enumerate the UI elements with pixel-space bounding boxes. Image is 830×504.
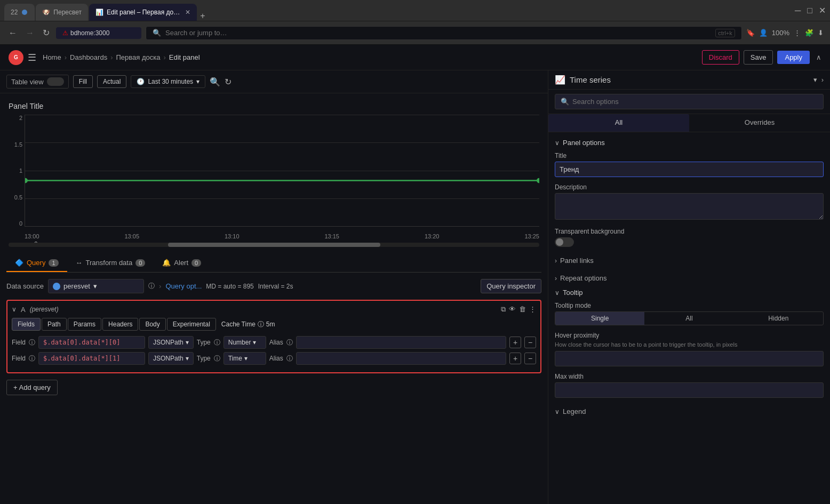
- table-view-switch[interactable]: [47, 77, 64, 86]
- alias-input-2[interactable]: [296, 352, 506, 365]
- type-info-icon-2[interactable]: ⓘ: [214, 354, 220, 363]
- search-bar: 🔍 ctrl+k: [146, 26, 742, 40]
- jsonpath-select-1[interactable]: JSONPath ▾: [148, 336, 194, 349]
- field-remove-button-1[interactable]: −: [524, 337, 536, 348]
- profile-icon[interactable]: 👤: [759, 29, 768, 37]
- field-tab-fields[interactable]: Fields: [12, 318, 41, 331]
- actual-button[interactable]: Actual: [97, 75, 126, 88]
- field-info-icon-1[interactable]: ⓘ: [29, 338, 35, 347]
- max-width-input[interactable]: [555, 382, 824, 398]
- field-tab-headers[interactable]: Headers: [102, 318, 138, 331]
- breadcrumb-dashboards[interactable]: Dashboards: [70, 53, 107, 61]
- forward-button[interactable]: →: [23, 26, 36, 40]
- field-tab-experimental[interactable]: Experimental: [167, 318, 216, 331]
- alert-tab-badge: 0: [191, 259, 201, 267]
- more-icon[interactable]: ⋮: [794, 29, 801, 37]
- table-view-toggle[interactable]: Table view: [6, 75, 69, 89]
- chevron-up-icon[interactable]: ∧: [816, 53, 821, 61]
- hover-proximity-input[interactable]: [555, 351, 824, 366]
- alias-info-icon-1[interactable]: ⓘ: [286, 338, 293, 347]
- query-tab-icon: 🔷: [15, 259, 23, 267]
- type-select-1[interactable]: Number ▾: [224, 336, 266, 349]
- bookmark-icon[interactable]: 🔖: [746, 29, 755, 37]
- field-path-input-2[interactable]: [38, 352, 145, 365]
- tab-query[interactable]: 🔷 Query 1: [6, 254, 67, 272]
- discard-button[interactable]: Discard: [702, 50, 739, 65]
- jsonpath-select-2[interactable]: JSONPath ▾: [148, 352, 194, 365]
- breadcrumb-first-board[interactable]: Первая доска: [116, 53, 160, 61]
- x-label-1315: 13:15: [324, 233, 339, 239]
- tab-transform[interactable]: ↔ Transform data 0: [67, 254, 154, 272]
- field-add-button-2[interactable]: +: [509, 353, 521, 364]
- field-remove-button-2[interactable]: −: [524, 353, 536, 364]
- back-button[interactable]: ←: [6, 26, 19, 40]
- tab-alert[interactable]: 🔔 Alert 0: [154, 254, 210, 272]
- field-info-icon-2[interactable]: ⓘ: [29, 354, 35, 363]
- search-input[interactable]: [165, 29, 711, 37]
- browser-tab-2[interactable]: 🐶 Пересвет: [36, 4, 88, 21]
- interval-info: Interval = 2s: [258, 283, 293, 290]
- tooltip-mode-hidden[interactable]: Hidden: [734, 312, 823, 325]
- search-icon: 🔍: [153, 29, 161, 37]
- browser-tab-3[interactable]: 📊 Edit panel – Первая до… ✕: [89, 4, 197, 21]
- query-collapse-button[interactable]: ∨: [12, 306, 17, 313]
- alias-info-icon-2[interactable]: ⓘ: [286, 354, 293, 363]
- close-icon[interactable]: ✕: [819, 5, 826, 15]
- query-inspector-button[interactable]: Query inspector: [481, 279, 541, 293]
- tooltip-mode-all[interactable]: All: [644, 312, 733, 325]
- extensions-icon[interactable]: 🧩: [805, 29, 813, 37]
- repeat-options-section[interactable]: › Repeat options: [555, 271, 824, 285]
- hide-icon[interactable]: 👁: [509, 305, 516, 314]
- minimize-icon[interactable]: ─: [795, 6, 801, 15]
- query-opt-button[interactable]: Query opt...: [165, 282, 202, 290]
- type-select-2[interactable]: Time ▾: [224, 352, 266, 365]
- field-add-button-1[interactable]: +: [509, 337, 521, 348]
- panel-options-title: Panel options: [563, 139, 605, 147]
- more-options-icon[interactable]: ⋮: [529, 305, 536, 314]
- apply-button[interactable]: Apply: [777, 51, 810, 64]
- options-tab-overrides[interactable]: Overrides: [689, 114, 830, 132]
- description-label: Description: [555, 183, 824, 191]
- field-tab-path[interactable]: Path: [42, 318, 67, 331]
- transparent-toggle[interactable]: [555, 237, 574, 247]
- panel-type-expand-icon[interactable]: ›: [821, 76, 824, 84]
- title-input[interactable]: [555, 162, 824, 177]
- type-info-icon-1[interactable]: ⓘ: [214, 338, 220, 347]
- tab3-close-icon[interactable]: ✕: [185, 9, 190, 16]
- maximize-icon[interactable]: □: [807, 6, 812, 15]
- new-tab-button[interactable]: +: [200, 11, 205, 21]
- datasource-select[interactable]: peresvet ▾: [48, 279, 144, 293]
- duplicate-icon[interactable]: ⧉: [501, 305, 506, 314]
- save-button[interactable]: Save: [744, 50, 773, 65]
- tooltip-mode-single[interactable]: Single: [555, 312, 644, 325]
- time-range-button[interactable]: 🕐 Last 30 minutes ▾: [131, 75, 205, 88]
- chart-scrollbar[interactable]: [9, 243, 539, 247]
- panel-links-section[interactable]: › Panel links: [555, 253, 824, 268]
- datasource-info-icon[interactable]: ⓘ: [148, 282, 155, 291]
- hamburger-menu[interactable]: ☰: [28, 52, 36, 63]
- fill-button[interactable]: Fill: [73, 75, 93, 88]
- field-tab-body[interactable]: Body: [139, 318, 165, 331]
- tooltip-mode-label: Tooltip mode: [555, 302, 824, 309]
- panel-options-header[interactable]: ∨ Panel options: [555, 139, 824, 147]
- address-input[interactable]: ⚠ bdhome:3000: [56, 27, 141, 39]
- delete-icon[interactable]: 🗑: [519, 305, 526, 314]
- panel-type-chevron-icon[interactable]: ▾: [813, 76, 817, 84]
- field-tab-params[interactable]: Params: [68, 318, 101, 331]
- download-icon[interactable]: ⬇: [818, 29, 824, 37]
- browser-tab-1[interactable]: 22: [4, 4, 35, 21]
- breadcrumb-home[interactable]: Home: [43, 53, 61, 61]
- alias-input-1[interactable]: [296, 336, 506, 349]
- tooltip-header[interactable]: ∨ Tooltip: [555, 289, 824, 297]
- legend-section[interactable]: ∨ Legend: [555, 404, 824, 419]
- refresh-button[interactable]: ↻: [225, 77, 232, 87]
- reload-button[interactable]: ↻: [41, 26, 52, 40]
- description-textarea[interactable]: [555, 193, 824, 220]
- search-options-input[interactable]: [572, 98, 818, 106]
- x-axis: 13:00 13:05 13:10 13:15 13:20 13:25: [25, 229, 539, 243]
- zoom-out-button[interactable]: 🔍: [210, 77, 220, 87]
- options-tab-all[interactable]: All: [548, 114, 689, 132]
- field-path-input-1[interactable]: [38, 336, 145, 349]
- alert-tab-icon: 🔔: [162, 259, 171, 267]
- add-query-button[interactable]: + Add query: [6, 380, 58, 395]
